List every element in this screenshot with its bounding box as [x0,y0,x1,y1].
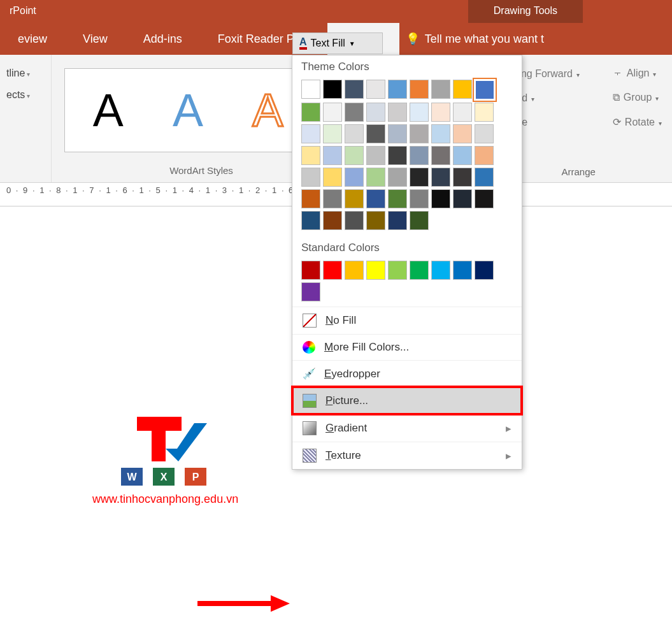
rotate-button[interactable]: ⟳Rotate [609,113,666,131]
tab-view[interactable]: View [65,23,125,55]
eyedropper-item[interactable]: 💉 Eyedropper [292,360,522,387]
theme-swatch[interactable] [475,103,494,122]
theme-swatch[interactable] [301,189,320,208]
standard-swatch[interactable] [475,261,494,280]
theme-swatch[interactable] [410,189,429,208]
standard-swatch[interactable] [410,261,429,280]
standard-swatch[interactable] [388,261,407,280]
theme-swatch[interactable] [453,189,472,208]
theme-swatch[interactable] [431,189,450,208]
theme-swatch[interactable] [431,146,450,165]
more-colors-item[interactable]: More Fill Colors... [292,334,522,360]
standard-color-swatches [292,258,522,307]
wordart-preset-3[interactable]: A [252,87,283,133]
theme-colors-label: Theme Colors [292,54,522,77]
theme-swatch[interactable] [301,80,320,99]
theme-swatch[interactable] [431,103,450,122]
theme-swatch[interactable] [431,168,450,187]
no-fill-item[interactable]: NNo Fillo Fill [292,307,522,334]
align-button[interactable]: ⫟Align [609,65,666,82]
theme-swatch[interactable] [323,168,342,187]
theme-swatch[interactable] [453,124,472,143]
theme-swatch[interactable] [410,211,429,230]
theme-swatch[interactable] [345,211,364,230]
theme-swatch[interactable] [345,80,364,99]
theme-swatch[interactable] [366,189,385,208]
theme-swatch[interactable] [453,168,472,187]
theme-swatch[interactable] [366,103,385,122]
theme-swatch[interactable] [453,80,472,99]
wordart-gallery[interactable]: A A A ▲ ▼ ▾ [64,68,311,152]
theme-swatch[interactable] [323,80,342,99]
theme-swatch[interactable] [388,103,407,122]
shape-outline-button[interactable]: tline [6,68,45,79]
theme-swatch[interactable] [345,168,364,187]
theme-swatch[interactable] [388,211,407,230]
theme-swatch[interactable] [301,103,320,122]
wordart-preset-2[interactable]: A [173,87,203,133]
theme-swatch[interactable] [388,80,407,99]
standard-swatch[interactable] [301,261,320,280]
contextual-tab-label: Drawing Tools [468,0,583,23]
tab-addins[interactable]: Add-ins [125,23,200,55]
text-fill-button[interactable]: A Text Fill ▼ [292,33,383,54]
theme-swatch[interactable] [366,211,385,230]
theme-swatch[interactable] [475,189,494,208]
standard-swatch[interactable] [323,261,342,280]
theme-swatch[interactable] [301,124,320,143]
theme-swatch[interactable] [366,146,385,165]
texture-item[interactable]: Texture▸ [292,442,522,469]
eyedropper-icon: 💉 [303,367,315,380]
theme-swatch[interactable] [301,146,320,165]
theme-swatch[interactable] [475,146,494,165]
theme-swatch[interactable] [388,146,407,165]
tab-review[interactable]: eview [0,23,65,55]
theme-swatch[interactable] [323,124,342,143]
theme-swatch[interactable] [431,80,450,99]
shape-effects-button[interactable]: ects [6,89,45,101]
theme-swatch[interactable] [345,124,364,143]
picture-fill-item[interactable]: Picture... [292,387,522,414]
align-icon: ⫟ [613,68,623,79]
theme-swatch[interactable] [410,146,429,165]
theme-swatch[interactable] [475,80,495,100]
theme-swatch[interactable] [475,124,494,143]
theme-swatch[interactable] [366,168,385,187]
theme-swatch[interactable] [410,103,429,122]
theme-swatch[interactable] [301,211,320,230]
theme-swatch[interactable] [431,124,450,143]
theme-swatch[interactable] [388,189,407,208]
color-wheel-icon [303,341,315,354]
theme-swatch[interactable] [453,103,472,122]
svg-text:X: X [160,472,167,482]
standard-swatch[interactable] [431,261,450,280]
wordart-preset-1[interactable]: A [93,87,124,133]
theme-swatch[interactable] [475,168,494,187]
theme-swatch[interactable] [410,168,429,187]
theme-swatch[interactable] [410,124,429,143]
tell-me[interactable]: 💡 Tell me what you want t [406,32,544,46]
theme-swatch[interactable] [301,168,320,187]
theme-swatch[interactable] [323,211,342,230]
theme-swatch[interactable] [366,124,385,143]
group-icon: ⧉ [613,92,620,103]
theme-swatch[interactable] [410,80,429,99]
group-button[interactable]: ⧉Group [609,89,666,106]
theme-swatch[interactable] [453,146,472,165]
theme-swatch[interactable] [366,80,385,99]
theme-swatch[interactable] [323,103,342,122]
gradient-item[interactable]: Gradient▸ [292,414,522,442]
theme-swatch[interactable] [323,189,342,208]
theme-swatch[interactable] [345,103,364,122]
standard-swatch[interactable] [301,282,320,301]
standard-swatch[interactable] [345,261,364,280]
theme-swatch[interactable] [388,124,407,143]
standard-colors-label: Standard Colors [292,235,522,258]
theme-swatch[interactable] [388,168,407,187]
theme-swatch[interactable] [345,189,364,208]
standard-swatch[interactable] [366,261,385,280]
standard-swatch[interactable] [453,261,472,280]
theme-swatch[interactable] [323,146,342,165]
svg-rect-1 [152,417,166,461]
theme-swatch[interactable] [345,146,364,165]
